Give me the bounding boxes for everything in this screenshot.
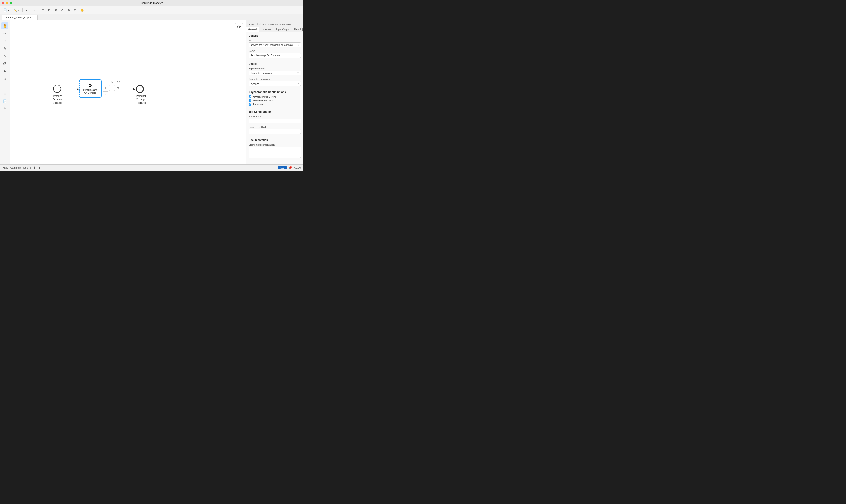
zoom-in-button[interactable]: ⊕	[59, 7, 65, 13]
context-pad-more-btn[interactable]: ↗	[103, 91, 108, 97]
title-bar: Camunda Modeler	[0, 0, 303, 6]
async-after-label[interactable]: Asynchronous After	[252, 99, 274, 102]
deploy-button[interactable]: ⬆	[33, 166, 36, 169]
implementation-select[interactable]: Delegate Expression Java Class Expressio…	[249, 71, 301, 75]
edit-button[interactable]: ✏️ ▾	[12, 7, 21, 13]
id-input-wrap: ×	[249, 42, 301, 47]
element-doc-textarea[interactable]	[249, 147, 301, 158]
delegate-expression-label: Delegate Expression	[249, 78, 301, 80]
log-button[interactable]: Log	[278, 166, 287, 169]
async-after-group: Asynchronous After	[249, 99, 301, 102]
lasso-button[interactable]: ⊹	[86, 7, 92, 13]
panel-header: service-task-print-message-on-console	[246, 20, 303, 27]
end-event-label: PersonalMessageRetrieved	[132, 94, 150, 105]
retry-time-cycle-input[interactable]	[249, 129, 301, 134]
details-section-title: Details	[249, 62, 301, 66]
job-priority-form-group: Job Priority	[249, 115, 301, 123]
flow-svg	[10, 20, 246, 164]
canvas[interactable]: RetrievePersonalMessage ⚙ Print MessageO…	[10, 20, 246, 164]
notifications-button[interactable]: 📌	[288, 166, 292, 169]
job-priority-input[interactable]	[249, 119, 301, 123]
id-form-group: Id ×	[249, 39, 301, 47]
end-event-shape	[136, 85, 144, 93]
version-label: 4.11.0	[294, 166, 301, 169]
service-task[interactable]: ⚙ Print MessageOn Console T	[79, 80, 101, 97]
minimap-button[interactable]: 🗺	[235, 23, 243, 31]
start-event[interactable]	[53, 85, 61, 93]
element-id-display: service-task-print-message-on-console	[249, 23, 301, 25]
close-button[interactable]	[2, 2, 4, 4]
context-pad-row-1: ○ ◇ ▭	[103, 78, 121, 84]
tab-general[interactable]: General	[246, 27, 259, 32]
group-tool[interactable]: ⬚	[1, 120, 8, 127]
align-right-button[interactable]: ⊟	[47, 7, 52, 13]
maximize-button[interactable]	[10, 2, 13, 4]
tab-field-injections[interactable]: Field Injections	[292, 27, 303, 32]
name-input[interactable]	[249, 53, 301, 58]
traffic-lights	[2, 2, 13, 4]
undo-button[interactable]: ↩	[24, 7, 30, 13]
exclusive-checkbox[interactable]	[249, 103, 251, 106]
redo-button[interactable]: ↪	[31, 7, 36, 13]
context-pad-delete-btn[interactable]: 🗑	[116, 85, 121, 91]
context-pad-datatask-btn[interactable]: ⊞	[109, 85, 115, 91]
app-title: Camunda Modeler	[141, 2, 163, 5]
end-event[interactable]	[136, 85, 144, 93]
id-input[interactable]	[249, 42, 301, 47]
align-left-button[interactable]: ⊞	[40, 7, 46, 13]
zoom-out-button[interactable]: ⊘	[66, 7, 72, 13]
context-pad-task-btn[interactable]: ▭	[116, 78, 121, 84]
context-pad-gateway-btn[interactable]: ◇	[109, 78, 115, 84]
delegate-expression-input-wrap: ×	[249, 81, 301, 86]
subprocess-tool[interactable]: ▤	[1, 90, 8, 97]
task-tool[interactable]: ▭	[1, 83, 8, 90]
delegate-expression-clear-button[interactable]: ×	[298, 82, 299, 85]
tab-close-button[interactable]: ×	[34, 16, 35, 19]
async-before-checkbox[interactable]	[249, 95, 251, 98]
pool-tool[interactable]: ▬	[1, 113, 8, 120]
toolbar-separator-1	[22, 8, 23, 13]
tab-listeners[interactable]: Listeners	[259, 27, 274, 32]
zoom-fit-button[interactable]: ⊟	[72, 7, 78, 13]
tab-input-output[interactable]: Input/Output	[274, 27, 292, 32]
properties-panel: service-task-print-message-on-console Ge…	[246, 20, 303, 164]
distribute-button[interactable]: ⊠	[53, 7, 59, 13]
general-section-title: General	[249, 34, 301, 37]
status-bar: XML Camunda Platform ⬆ ▶ Log 📌 4.11.0	[0, 164, 303, 170]
status-left: XML Camunda Platform ⬆ ▶	[3, 166, 41, 169]
platform-label[interactable]: Camunda Platform	[11, 166, 31, 169]
data-store-tool[interactable]: 🗄	[1, 105, 8, 112]
intermediate-event-tool[interactable]: ◎	[1, 60, 8, 67]
left-sidebar: ✋ ⊹ ↔ ✎ ○ ◎ ● ◇ ▭ ▤ 📄 🗄 ▬ ⬚	[0, 20, 10, 164]
context-pad-event-btn[interactable]: ○	[103, 78, 108, 84]
new-file-button[interactable]: 📄 ▾	[2, 7, 11, 13]
async-before-label[interactable]: Asynchronous Before	[252, 95, 276, 98]
element-doc-label: Element Documentation	[249, 143, 301, 146]
hand-tool[interactable]: ✋	[1, 22, 8, 29]
exclusive-group: Exclusive	[249, 103, 301, 106]
file-tab[interactable]: personal_message.bpmn ×	[2, 15, 38, 20]
file-tab-label: personal_message.bpmn	[5, 16, 32, 19]
xml-label[interactable]: XML	[3, 166, 8, 169]
space-tool[interactable]: ↔	[1, 37, 8, 44]
async-after-checkbox[interactable]	[249, 99, 251, 102]
minimize-button[interactable]	[6, 2, 8, 4]
context-pad-subprocess-btn[interactable]: ○	[103, 85, 108, 91]
global-connect-tool[interactable]: ✎	[1, 45, 8, 52]
toolbar: 📄 ▾ ✏️ ▾ ↩ ↪ ⊞ ⊟ ⊠ ⊕ ⊘ ⊟ ✋ ⊹	[0, 6, 303, 14]
service-task-shape: ⚙ Print MessageOn Console T	[79, 80, 101, 97]
lasso-tool[interactable]: ⊹	[1, 30, 8, 37]
job-priority-label: Job Priority	[249, 115, 301, 118]
id-clear-button[interactable]: ×	[298, 43, 299, 47]
run-button[interactable]: ▶	[39, 166, 41, 169]
delegate-expression-input[interactable]	[249, 81, 301, 86]
start-event-tool[interactable]: ○	[1, 52, 8, 59]
exclusive-label[interactable]: Exclusive	[252, 103, 263, 106]
hand-tool-button[interactable]: ✋	[79, 7, 86, 13]
end-event-tool[interactable]: ●	[1, 68, 8, 75]
data-object-tool[interactable]: 📄	[1, 98, 8, 105]
status-right: Log 📌 4.11.0	[278, 166, 301, 169]
name-label: Name	[249, 50, 301, 52]
id-label: Id	[249, 39, 301, 42]
gateway-tool[interactable]: ◇	[1, 75, 8, 82]
